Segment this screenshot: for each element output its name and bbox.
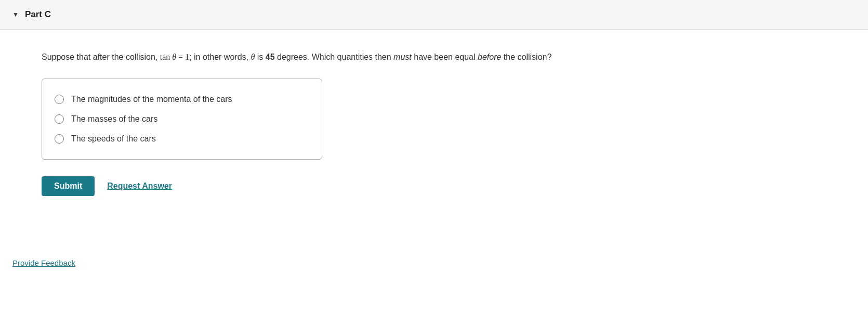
question-text-before: Suppose that after the collision,: [42, 53, 160, 61]
footer: Provide Feedback: [0, 248, 868, 268]
question-text-have: have been equal: [412, 53, 478, 61]
radio-label-masses: The masses of the cars: [71, 114, 157, 124]
submit-button[interactable]: Submit: [42, 176, 95, 196]
radio-label-momenta: The magnitudes of the momenta of the car…: [71, 95, 232, 104]
chevron-down-icon: ▼: [12, 11, 19, 18]
radio-option-momenta[interactable]: The magnitudes of the momenta of the car…: [55, 89, 309, 109]
radio-input-speeds[interactable]: [55, 134, 64, 144]
question-text-after: degrees. Which quantities then: [275, 53, 394, 61]
must-text: must: [393, 53, 412, 61]
degrees-value: 45: [266, 53, 275, 61]
math-expression: tan θ = 1: [160, 53, 189, 61]
part-content: Suppose that after the collision, tan θ …: [0, 30, 868, 248]
radio-option-masses[interactable]: The masses of the cars: [55, 109, 309, 129]
before-text: before: [478, 53, 501, 61]
page-container: ▼ Part C Suppose that after the collisio…: [0, 0, 868, 311]
question-text: Suppose that after the collision, tan θ …: [42, 50, 826, 64]
answer-options-box: The magnitudes of the momenta of the car…: [42, 79, 322, 160]
part-title: Part C: [25, 9, 51, 20]
radio-label-speeds: The speeds of the cars: [71, 134, 156, 144]
radio-option-speeds[interactable]: The speeds of the cars: [55, 129, 309, 149]
action-row: Submit Request Answer: [42, 176, 826, 196]
request-answer-link[interactable]: Request Answer: [107, 182, 172, 191]
radio-input-masses[interactable]: [55, 114, 64, 124]
provide-feedback-link[interactable]: Provide Feedback: [12, 258, 75, 267]
radio-input-momenta[interactable]: [55, 95, 64, 104]
question-text-is: is: [255, 53, 265, 61]
question-text-middle: ; in other words,: [189, 53, 251, 61]
question-text-end: the collision?: [501, 53, 551, 61]
part-header: ▼ Part C: [0, 0, 868, 30]
